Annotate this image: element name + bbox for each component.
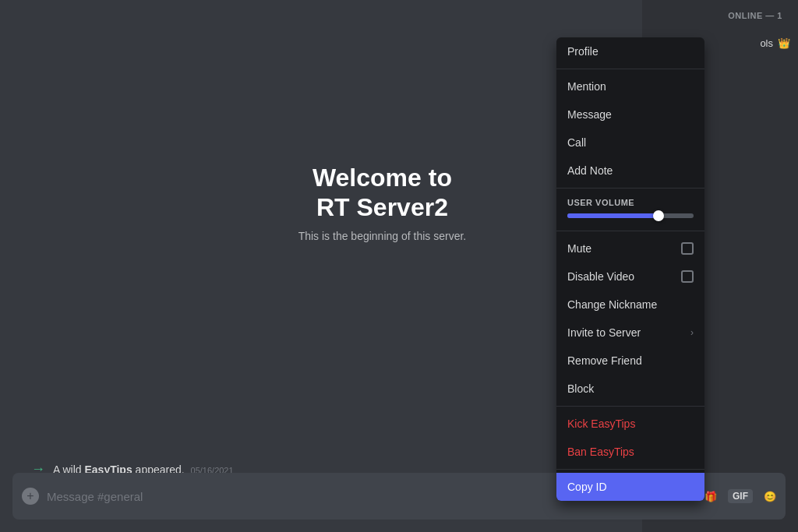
context-menu-item-kick[interactable]: Kick EasyTips	[556, 410, 704, 438]
context-menu: Profile Mention Message Call Add Note Us…	[556, 37, 704, 501]
context-menu-item-block[interactable]: Block	[556, 375, 704, 403]
emoji-icon[interactable]: 😊	[764, 491, 776, 502]
welcome-subtitle: This is the beginning of this server.	[298, 230, 467, 242]
divider-5	[556, 469, 704, 470]
context-menu-item-invite-to-server[interactable]: Invite to Server ›	[556, 319, 704, 347]
volume-label: User Volume	[567, 198, 694, 207]
divider-2	[556, 188, 704, 188]
context-menu-item-remove-friend[interactable]: Remove Friend	[556, 347, 704, 375]
context-menu-item-message[interactable]: Message	[556, 100, 704, 129]
context-menu-item-mention[interactable]: Mention	[556, 72, 704, 100]
main-content: ONLINE — 1 ols 👑 Welcome toRT Server2 Th…	[0, 0, 798, 532]
divider-1	[556, 69, 704, 69]
crown-icon: 👑	[778, 37, 790, 49]
gif-button[interactable]: GIF	[728, 489, 753, 503]
add-attachment-button[interactable]: +	[22, 488, 39, 505]
mute-checkbox[interactable]	[681, 242, 694, 255]
volume-slider-fill	[567, 213, 659, 218]
sidebar-user: ols 👑	[760, 37, 790, 49]
volume-slider-thumb	[653, 210, 664, 221]
context-menu-item-change-nickname[interactable]: Change Nickname	[556, 291, 704, 319]
context-menu-item-profile[interactable]: Profile	[556, 37, 704, 65]
disable-video-checkbox[interactable]	[681, 270, 694, 283]
context-menu-item-add-note[interactable]: Add Note	[556, 157, 704, 185]
welcome-title: Welcome toRT Server2	[298, 162, 467, 222]
chevron-right-icon: ›	[690, 327, 694, 338]
context-menu-item-ban[interactable]: Ban EasyTips	[556, 438, 704, 466]
sidebar-username: ols	[760, 37, 773, 49]
context-menu-item-mute[interactable]: Mute	[556, 234, 704, 262]
context-menu-item-disable-video[interactable]: Disable Video	[556, 262, 704, 291]
input-icons: 🎁 GIF 😊	[704, 489, 776, 503]
volume-section: User Volume	[556, 192, 704, 227]
context-menu-item-copy-id[interactable]: Copy ID	[556, 473, 704, 501]
welcome-section: Welcome toRT Server2 This is the beginni…	[298, 162, 467, 242]
online-header: ONLINE — 1	[728, 11, 782, 20]
divider-4	[556, 406, 704, 407]
volume-slider[interactable]	[567, 213, 694, 218]
divider-3	[556, 231, 704, 231]
context-menu-item-call[interactable]: Call	[556, 129, 704, 157]
gift-icon[interactable]: 🎁	[704, 491, 717, 502]
